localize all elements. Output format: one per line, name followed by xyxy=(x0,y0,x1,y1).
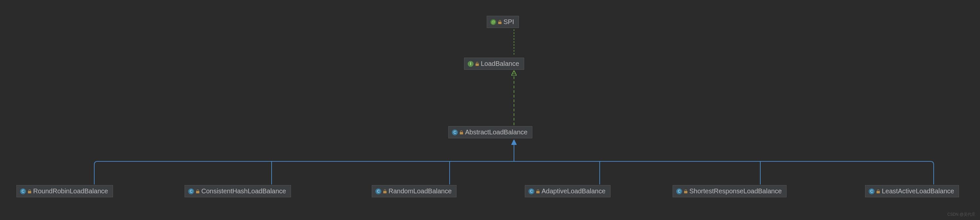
node-label: AbstractLoadBalance xyxy=(465,128,527,136)
node-abstractloadbalance[interactable]: C AbstractLoadBalance xyxy=(448,126,532,138)
interface-icon: I xyxy=(468,61,474,67)
lock-icon xyxy=(383,189,387,193)
class-icon: C xyxy=(869,188,875,194)
node-roundrobinloadbalance[interactable]: C RoundRobinLoadBalance xyxy=(16,185,113,197)
lock-icon xyxy=(498,20,501,24)
node-randomloadbalance[interactable]: C RandomLoadBalance xyxy=(372,185,457,197)
node-shortestresponseloadbalance[interactable]: C ShortestResponseLoadBalance xyxy=(673,185,787,197)
node-consistenthashloadbalance[interactable]: C ConsistentHashLoadBalance xyxy=(185,185,291,197)
class-icon: C xyxy=(20,188,26,194)
class-icon: C xyxy=(528,188,535,194)
lock-icon xyxy=(536,189,539,193)
lock-icon xyxy=(460,130,463,134)
class-icon: C xyxy=(375,188,381,194)
lock-icon xyxy=(684,189,687,193)
class-icon: C xyxy=(452,129,458,135)
class-icon: C xyxy=(676,188,682,194)
node-adaptiveloadbalance[interactable]: C AdaptiveLoadBalance xyxy=(525,185,611,197)
node-spi[interactable]: @ SPI xyxy=(487,16,519,28)
lock-icon xyxy=(28,189,31,193)
node-label: RandomLoadBalance xyxy=(388,187,452,195)
lock-icon xyxy=(877,189,880,193)
node-label: LoadBalance xyxy=(481,60,519,67)
node-label: SPI xyxy=(503,18,514,26)
node-label: ShortestResponseLoadBalance xyxy=(689,187,782,195)
connector-lines xyxy=(0,0,980,220)
node-leastactiveloadbalance[interactable]: C LeastActiveLoadBalance xyxy=(865,185,959,197)
node-label: LeastActiveLoadBalance xyxy=(882,187,954,195)
annotation-icon: @ xyxy=(490,19,496,25)
node-label: AdaptiveLoadBalance xyxy=(542,187,606,195)
class-icon: C xyxy=(188,188,194,194)
lock-icon xyxy=(476,62,479,66)
watermark: CSDN @吴代庄 xyxy=(947,212,975,217)
node-label: RoundRobinLoadBalance xyxy=(33,187,108,195)
lock-icon xyxy=(196,189,199,193)
node-label: ConsistentHashLoadBalance xyxy=(201,187,286,195)
node-loadbalance[interactable]: I LoadBalance xyxy=(464,58,524,70)
